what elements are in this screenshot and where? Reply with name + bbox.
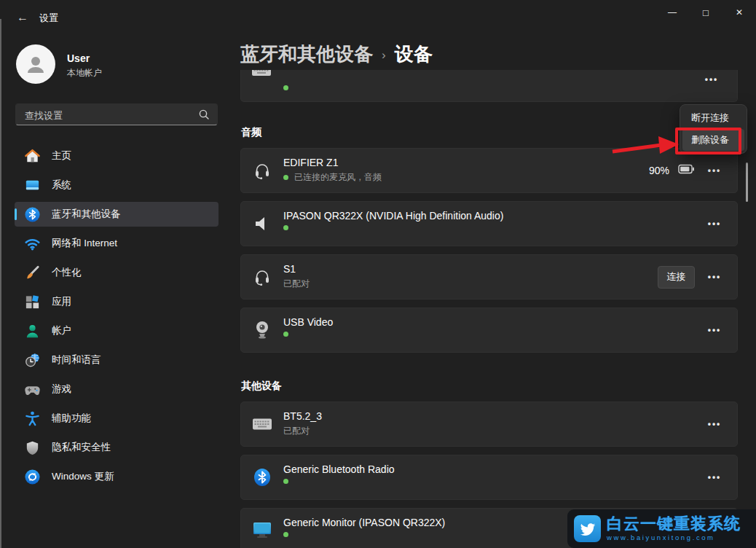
maximize-button[interactable]: □ — [689, 0, 722, 25]
windows-update-icon — [23, 468, 41, 485]
search-input[interactable]: 查找设置 — [15, 103, 218, 125]
status-dot — [283, 225, 288, 230]
watermark-url: www.baiyunxitong.com — [607, 533, 741, 541]
keyboard-icon — [251, 70, 272, 82]
scrollbar-thumb[interactable] — [746, 163, 748, 202]
more-options-button[interactable]: ••• — [704, 322, 725, 338]
avatar[interactable] — [16, 44, 55, 84]
apps-icon — [23, 293, 41, 310]
status-dot — [283, 85, 288, 90]
back-arrow-icon: ← — [17, 11, 28, 24]
device-name: BT5.2_3 — [283, 410, 322, 423]
device-status: 已配对 — [283, 426, 310, 436]
monitor-icon — [251, 520, 273, 541]
privacy-shield-icon — [23, 439, 41, 456]
sidebar-item-label: 游戏 — [52, 383, 71, 396]
breadcrumb-parent[interactable]: 蓝牙和其他设备 — [240, 42, 373, 67]
device-row-ipason-audio[interactable]: IPASON QR322X (NVIDIA High Definition Au… — [240, 201, 738, 246]
webcam-icon — [251, 319, 273, 341]
breadcrumb: 蓝牙和其他设备 › 设备 — [240, 42, 433, 67]
personalization-icon — [23, 264, 41, 281]
headset-icon — [251, 160, 273, 181]
sidebar-item-time-language[interactable]: 时间和语言 — [15, 348, 218, 372]
back-button[interactable]: ← — [12, 8, 34, 27]
device-status: 已连接的麦克风，音频 — [294, 172, 382, 182]
more-options-button[interactable]: ••• — [701, 71, 722, 87]
close-icon: ✕ — [736, 7, 743, 17]
sidebar-item-label: Windows 更新 — [52, 470, 114, 483]
network-icon — [23, 235, 41, 252]
annotation-arrow — [609, 134, 682, 156]
sidebar-item-gaming[interactable]: 游戏 — [15, 377, 218, 402]
device-name: Generic Monitor (IPASON QR322X) — [283, 516, 445, 529]
more-options-button[interactable]: ••• — [704, 216, 725, 232]
sidebar-item-personalization[interactable]: 个性化 — [15, 260, 218, 285]
more-options-button[interactable]: ••• — [704, 163, 725, 179]
user-icon — [24, 52, 47, 76]
watermark-title: 白云一键重装系统 — [607, 516, 741, 532]
sidebar-item-label: 蓝牙和其他设备 — [52, 208, 121, 221]
device-status: 已配对 — [283, 278, 310, 289]
sidebar-item-label: 辅助功能 — [52, 412, 91, 425]
device-row-bluetooth-radio[interactable]: Generic Bluetooth Radio ••• — [240, 455, 738, 500]
headset-icon — [251, 266, 273, 288]
section-title-audio: 音频 — [241, 126, 261, 139]
sidebar-item-label: 网络和 Internet — [52, 237, 117, 250]
sidebar-item-label: 个性化 — [52, 266, 82, 279]
user-account-type: 本地帐户 — [67, 67, 102, 79]
sidebar-item-accounts[interactable]: 帐户 — [15, 318, 218, 343]
system-icon — [23, 176, 41, 194]
device-row-s1[interactable]: S1 已配对 连接 ••• — [240, 254, 738, 300]
watermark-bird-icon — [574, 515, 601, 542]
more-options-button[interactable]: ••• — [704, 416, 725, 432]
settings-window: ← 设置 — □ ✕ User 本地帐户 查找设置 主页 — [0, 0, 756, 548]
sidebar-item-apps[interactable]: 应用 — [15, 289, 218, 314]
sidebar-item-privacy[interactable]: 隐私和安全性 — [15, 435, 218, 460]
device-name: Generic Bluetooth Radio — [283, 463, 395, 476]
speaker-icon — [251, 213, 273, 235]
page-title: 设备 — [395, 42, 433, 67]
close-button[interactable]: ✕ — [722, 0, 756, 25]
search-icon — [198, 109, 210, 123]
sidebar-item-bluetooth-devices[interactable]: 蓝牙和其他设备 — [15, 202, 218, 227]
chevron-right-icon: › — [382, 48, 386, 63]
device-name: USB Video — [283, 316, 333, 329]
connect-button[interactable]: 连接 — [658, 266, 695, 289]
keyboard-icon — [251, 413, 273, 435]
device-name: S1 — [283, 262, 310, 275]
sidebar-item-windows-update[interactable]: Windows 更新 — [15, 464, 218, 489]
watermark: 白云一键重装系统 www.baiyunxitong.com — [567, 509, 756, 548]
device-name: EDIFIER Z1 — [283, 156, 382, 169]
sidebar-item-label: 时间和语言 — [52, 353, 101, 367]
titlebar: ← 设置 — □ ✕ — [0, 0, 756, 35]
device-row-bt523[interactable]: BT5.2_3 已配对 ••• — [240, 402, 738, 447]
device-name: IPASON QR322X (NVIDIA High Definition Au… — [283, 209, 503, 222]
status-dot — [283, 332, 288, 337]
annotation-highlight-box — [675, 128, 741, 154]
status-dot — [283, 175, 288, 180]
battery-icon — [678, 164, 695, 177]
sidebar-item-label: 隐私和安全性 — [52, 441, 111, 454]
device-row-partial[interactable]: ••• — [240, 70, 738, 102]
sidebar-item-accessibility[interactable]: 辅助功能 — [15, 406, 218, 431]
sidebar-item-system[interactable]: 系统 — [15, 173, 218, 197]
sidebar-item-label: 帐户 — [52, 324, 71, 337]
app-title: 设置 — [39, 12, 58, 25]
more-options-button[interactable]: ••• — [704, 269, 725, 285]
menu-item-disconnect[interactable]: 断开连接 — [682, 107, 744, 129]
minimize-button[interactable]: — — [655, 0, 689, 25]
sidebar-item-home[interactable]: 主页 — [15, 144, 218, 168]
more-options-button[interactable]: ••• — [704, 469, 725, 485]
device-row-usb-video[interactable]: USB Video ••• — [240, 308, 738, 353]
battery-percentage: 90% — [649, 165, 669, 176]
search-placeholder: 查找设置 — [25, 109, 63, 122]
sidebar: User 本地帐户 查找设置 主页 系统 蓝牙和其他设备 — [0, 35, 240, 548]
time-language-icon — [23, 351, 41, 369]
user-name[interactable]: User — [67, 52, 90, 64]
bluetooth-radio-icon — [251, 466, 273, 488]
bluetooth-icon — [23, 206, 41, 223]
sidebar-item-network[interactable]: 网络和 Internet — [15, 231, 218, 256]
accessibility-icon — [23, 410, 41, 427]
sidebar-item-label: 系统 — [52, 179, 71, 192]
minimize-icon: — — [668, 7, 677, 17]
